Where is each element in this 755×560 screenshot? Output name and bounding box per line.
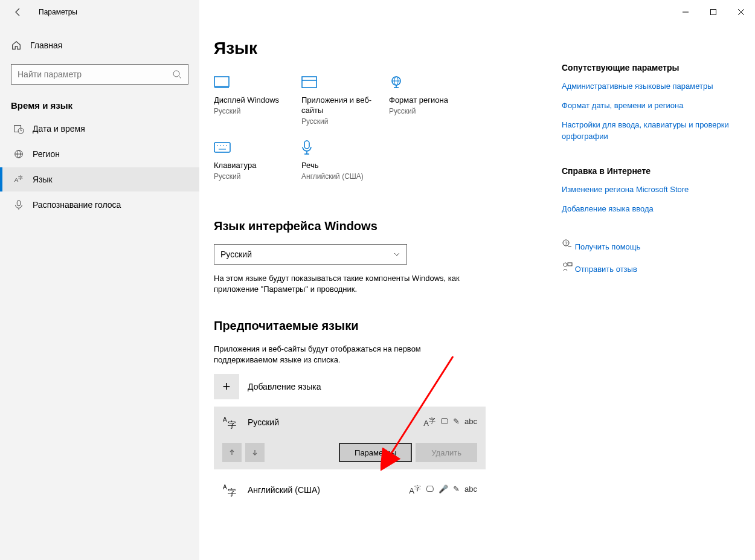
language-glyph-icon: A字 — [222, 414, 239, 431]
add-language-button[interactable]: + Добавление языка — [214, 374, 562, 399]
svg-text:?: ? — [565, 240, 568, 246]
svg-rect-35 — [568, 263, 572, 266]
microphone-icon — [13, 199, 24, 210]
feature-tts-icon: 🖵 — [426, 484, 434, 495]
related-link-typing[interactable]: Настройки для ввода, клавиатуры и провер… — [562, 120, 731, 141]
tile-title: Приложения и веб-сайты — [301, 95, 389, 116]
language-card-english[interactable]: A字 Английский (США) A字 🖵 🎤 ✎ abc — [214, 474, 486, 506]
minimize-icon — [683, 9, 689, 15]
feature-handwriting-icon: ✎ — [453, 484, 460, 495]
tile-keyboard[interactable]: Клавиатура Русский — [214, 140, 301, 181]
feedback-link[interactable]: Отправить отзыв — [562, 261, 731, 275]
keyboard-icon — [214, 142, 231, 153]
tile-sub: Английский (США) — [301, 172, 389, 181]
svg-text:A: A — [223, 484, 227, 491]
related-settings-heading: Сопутствующие параметры — [562, 63, 731, 72]
globe-icon — [13, 149, 24, 159]
help-link-store-region[interactable]: Изменение региона Microsoft Store — [562, 184, 731, 195]
svg-point-4 — [173, 71, 179, 77]
tile-sub: Русский — [301, 117, 389, 126]
aside: Сопутствующие параметры Административные… — [562, 39, 731, 560]
tile-display[interactable]: Дисплей Windows Русский — [214, 75, 301, 126]
language-options-button[interactable]: Параметры — [339, 443, 412, 462]
language-name: Английский (США) — [248, 485, 320, 495]
tile-speech[interactable]: Речь Английский (США) — [301, 140, 389, 181]
related-link-admin[interactable]: Административные языковые параметры — [562, 81, 731, 92]
close-button[interactable] — [727, 0, 755, 24]
add-language-label: Добавление языка — [248, 382, 321, 391]
sidebar-item-label: Дата и время — [33, 124, 85, 134]
close-icon — [738, 9, 744, 15]
svg-rect-13 — [17, 201, 20, 206]
tile-title: Клавиатура — [214, 161, 301, 171]
svg-text:A: A — [223, 416, 227, 423]
sidebar-home[interactable]: Главная — [0, 35, 199, 56]
web-help-heading: Справка в Интернете — [562, 166, 731, 176]
language-icon: A字 — [13, 174, 24, 185]
display-language-dropdown[interactable]: Русский — [214, 244, 407, 265]
tile-region-format[interactable]: Формат региона Русский — [389, 75, 477, 126]
tile-title: Дисплей Windows — [214, 95, 301, 106]
svg-rect-21 — [214, 143, 230, 152]
display-icon — [214, 76, 230, 88]
feature-spellcheck-icon: abc — [464, 417, 477, 428]
sidebar-item-label: Язык — [33, 175, 53, 184]
mic-icon — [301, 140, 312, 155]
minimize-button[interactable] — [672, 0, 699, 24]
svg-text:字: 字 — [228, 488, 236, 497]
plus-icon: + — [214, 374, 239, 399]
svg-text:字: 字 — [18, 175, 23, 181]
feature-speech-icon: 🎤 — [439, 484, 448, 495]
sidebar: Главная Время и язык Дата и время Регион… — [0, 24, 199, 560]
search-box[interactable] — [11, 64, 188, 85]
display-language-heading: Язык интерфейса Windows — [214, 219, 562, 233]
tile-sub: Русский — [214, 107, 301, 115]
feature-display-icon: A字 — [423, 417, 435, 428]
preferred-languages-heading: Предпочитаемые языки — [214, 319, 562, 333]
arrow-up-icon — [228, 449, 236, 456]
sidebar-item-speech[interactable]: Распознавание голоса — [0, 193, 199, 217]
svg-rect-14 — [214, 77, 229, 86]
move-down-button[interactable] — [245, 443, 265, 462]
home-icon — [11, 40, 22, 51]
page-heading: Язык — [214, 39, 562, 58]
arrow-left-icon — [13, 7, 23, 17]
get-help-link[interactable]: ? Получить помощь — [562, 239, 731, 253]
sidebar-item-region[interactable]: Регион — [0, 142, 199, 166]
arrow-down-icon — [251, 449, 259, 456]
feature-spellcheck-icon: abc — [464, 484, 477, 495]
sidebar-item-label: Распознавание голоса — [33, 200, 121, 210]
help-link-add-input[interactable]: Добавление языка ввода — [562, 204, 731, 214]
tile-title: Формат региона — [389, 95, 477, 106]
related-link-date-format[interactable]: Формат даты, времени и региона — [562, 100, 731, 111]
svg-rect-16 — [302, 77, 316, 88]
search-input[interactable] — [18, 69, 172, 79]
svg-text:字: 字 — [228, 420, 236, 430]
search-icon — [172, 69, 182, 79]
dropdown-value: Русский — [220, 249, 252, 259]
language-card-russian[interactable]: A字 Русский A字 🖵 ✎ abc Параметры Удалить — [214, 407, 486, 469]
feature-display-icon: A字 — [409, 484, 421, 495]
sidebar-item-date-time[interactable]: Дата и время — [0, 117, 199, 141]
window-icon — [301, 76, 317, 88]
feature-tts-icon: 🖵 — [440, 417, 448, 428]
feature-handwriting-icon: ✎ — [453, 417, 460, 428]
language-glyph-icon: A字 — [222, 481, 239, 498]
back-button[interactable] — [11, 5, 25, 19]
tile-title: Речь — [301, 161, 389, 171]
maximize-button[interactable] — [699, 0, 727, 24]
language-remove-button: Удалить — [416, 443, 477, 462]
sidebar-item-language[interactable]: A字 Язык — [0, 167, 199, 191]
chevron-down-icon — [393, 251, 400, 258]
tile-apps[interactable]: Приложения и веб-сайты Русский — [301, 75, 389, 126]
titlebar: Параметры — [0, 0, 755, 24]
move-up-button[interactable] — [222, 443, 242, 462]
svg-line-5 — [179, 76, 181, 79]
feedback-icon — [562, 261, 573, 272]
language-name: Русский — [248, 417, 279, 427]
help-chat-icon: ? — [562, 239, 573, 249]
display-language-description: На этом языке будут показываться такие к… — [214, 273, 480, 295]
tile-sub: Русский — [214, 172, 301, 181]
svg-rect-27 — [304, 141, 309, 149]
svg-point-34 — [564, 263, 567, 266]
